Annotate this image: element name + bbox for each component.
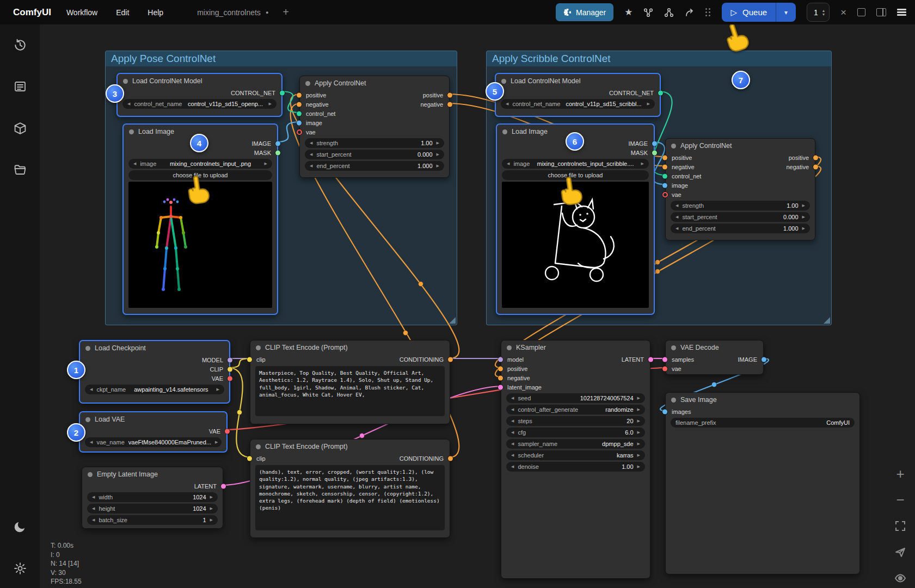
vae-output-slot[interactable] — [228, 376, 232, 381]
node-save-image[interactable]: Save Image images filename_prefix ComfyU… — [665, 392, 860, 574]
clip-input-slot[interactable] — [247, 357, 252, 362]
model-input-slot[interactable] — [498, 357, 503, 362]
image-select-widget[interactable]: image mixing_controlnets_input_scribble.… — [502, 159, 649, 169]
vae-name-widget[interactable]: vae_name vaeFtMse840000EmaPruned... — [85, 437, 222, 447]
control-net-name-widget[interactable]: control_net_name control_v11p_sd15_scrib… — [501, 99, 655, 109]
negative-input-slot[interactable] — [297, 102, 302, 107]
seed-widget[interactable]: seed1021287240057524 — [506, 393, 645, 403]
ckpt-name-widget[interactable]: ckpt_name awpainting_v14.safetensors — [85, 385, 224, 394]
height-widget[interactable]: height1024 — [87, 504, 218, 513]
control-net-input-slot[interactable] — [297, 111, 302, 116]
end-percent-widget[interactable]: end_percent1.000 — [305, 161, 444, 171]
steps-widget[interactable]: steps20 — [506, 416, 645, 426]
filename-prefix-widget[interactable]: filename_prefix ComfyUI — [671, 418, 855, 428]
positive-input-slot[interactable] — [297, 92, 302, 97]
mask-output-slot[interactable] — [275, 150, 280, 155]
model-library-button[interactable] — [13, 122, 27, 138]
strength-widget[interactable]: strength1.00 — [671, 201, 810, 211]
batch-size-widget[interactable]: batch_size1 — [87, 515, 218, 525]
node-library-button[interactable] — [14, 80, 27, 95]
vae-input-slot[interactable] — [297, 129, 302, 135]
image-input-slot[interactable] — [297, 120, 302, 125]
latent-output-slot[interactable] — [648, 357, 653, 362]
start-percent-widget[interactable]: start_percent0.000 — [671, 212, 810, 222]
cfg-widget[interactable]: cfg6.0 — [506, 428, 645, 437]
interrupt-button[interactable]: × — [840, 7, 846, 18]
batch-count-stepper[interactable]: 1 ▴ ▾ — [807, 3, 830, 22]
image-select-widget[interactable]: image mixing_controlnets_input_.png — [128, 159, 272, 169]
send-button[interactable] — [893, 545, 907, 559]
node-clip-text-encode-negative[interactable]: CLIP Text Encode (Prompt) clipCONDITIONI… — [250, 439, 450, 538]
node-load-image-2[interactable]: Load Image IMAGE MASK image mixing_contr… — [496, 123, 655, 315]
positive-input-slot[interactable] — [498, 366, 503, 371]
negative-prompt-textarea[interactable]: (hands), text, error, cropped, (worst qu… — [255, 465, 445, 530]
node-load-vae[interactable]: Load VAE VAE vae_name vaeFtMse840000EmaP… — [79, 411, 228, 453]
negative-output-slot[interactable] — [813, 164, 818, 169]
vae-input-slot[interactable] — [662, 366, 667, 371]
clear-queue-button[interactable] — [857, 8, 865, 16]
control-net-output-slot[interactable] — [658, 90, 663, 95]
group-header[interactable]: Apply Pose ControlNet — [106, 51, 457, 66]
menu-help[interactable]: Help — [148, 8, 163, 17]
positive-output-slot[interactable] — [813, 155, 818, 160]
strength-widget[interactable]: strength1.00 — [305, 138, 444, 148]
theme-toggle-moon-icon[interactable] — [13, 520, 27, 536]
control-after-generate-widget[interactable]: control_after_generaterandomize — [506, 405, 645, 414]
latent-image-input-slot[interactable] — [498, 385, 503, 389]
node-clip-text-encode-positive[interactable]: CLIP Text Encode (Prompt) clipCONDITIONI… — [250, 340, 450, 424]
workflow-tab[interactable]: mixing_controlnets ● — [197, 8, 268, 17]
zoom-in-button[interactable]: + — [893, 467, 907, 481]
clip-input-slot[interactable] — [247, 456, 252, 461]
star-icon[interactable]: ★ — [624, 7, 632, 18]
step-down-icon[interactable]: ▾ — [822, 13, 825, 16]
model-output-slot[interactable] — [228, 357, 232, 362]
node-apply-controlnet-2[interactable]: Apply ControlNet positivepositive negati… — [665, 138, 815, 240]
new-workflow-tab-button[interactable]: + — [283, 6, 289, 18]
negative-input-slot[interactable] — [662, 164, 667, 169]
positive-prompt-textarea[interactable]: Masterpiece, Top Quality, Best Quality, … — [255, 366, 445, 416]
image-output-slot[interactable] — [762, 357, 766, 362]
manager-button[interactable]: Manager — [556, 3, 613, 21]
samples-input-slot[interactable] — [662, 357, 667, 362]
image-output-slot[interactable] — [652, 141, 657, 146]
node-load-controlnet-model-2[interactable]: Load ControlNet Model CONTROL_NET contro… — [495, 73, 661, 117]
conditioning-output-slot[interactable] — [448, 357, 453, 362]
control-net-name-widget[interactable]: control_net_name control_v11p_sd15_openp… — [122, 99, 277, 109]
group-header[interactable]: Apply Scribble ControlNet — [487, 51, 831, 66]
end-percent-widget[interactable]: end_percent1.000 — [671, 224, 810, 233]
queue-options-dropdown[interactable]: ▾ — [776, 3, 796, 22]
toggle-panel-button[interactable] — [876, 8, 886, 16]
workflows-folder-button[interactable] — [13, 163, 27, 179]
image-output-slot[interactable] — [275, 141, 280, 146]
vae-input-slot[interactable] — [662, 192, 668, 197]
conditioning-output-slot[interactable] — [448, 456, 453, 461]
drag-handle-icon[interactable] — [705, 8, 711, 17]
node-load-checkpoint[interactable]: Load Checkpoint MODEL CLIP VAE ckpt_name… — [79, 340, 230, 404]
node-empty-latent-image[interactable]: Empty Latent Image LATENT width1024 heig… — [82, 467, 223, 529]
node-map-icon[interactable] — [643, 8, 653, 17]
denoise-widget[interactable]: denoise1.00 — [506, 462, 645, 472]
queue-history-button[interactable] — [13, 38, 27, 54]
positive-output-slot[interactable] — [447, 92, 452, 97]
node-flow-icon[interactable] — [664, 8, 674, 17]
mask-output-slot[interactable] — [652, 150, 657, 155]
scheduler-widget[interactable]: schedulerkarras — [506, 450, 645, 460]
vae-output-slot[interactable] — [225, 429, 230, 434]
node-vae-decode[interactable]: VAE Decode samplesIMAGE vae — [665, 340, 764, 375]
latent-output-slot[interactable] — [221, 484, 226, 488]
positive-input-slot[interactable] — [662, 155, 667, 160]
node-ksampler[interactable]: KSampler modelLATENT positive negative l… — [501, 340, 650, 579]
clip-output-slot[interactable] — [228, 367, 232, 372]
settings-gear-button[interactable] — [13, 562, 27, 578]
negative-output-slot[interactable] — [447, 102, 452, 107]
visibility-button[interactable] — [893, 571, 907, 585]
menu-workflow[interactable]: Workflow — [66, 8, 97, 17]
control-net-output-slot[interactable] — [280, 90, 285, 95]
fit-view-button[interactable] — [893, 519, 907, 533]
negative-input-slot[interactable] — [498, 375, 503, 380]
menu-edit[interactable]: Edit — [116, 8, 129, 17]
start-percent-widget[interactable]: start_percent0.000 — [305, 150, 444, 159]
node-apply-controlnet-1[interactable]: Apply ControlNet positivepositive negati… — [299, 76, 450, 178]
control-net-input-slot[interactable] — [662, 174, 667, 178]
image-input-slot[interactable] — [662, 183, 667, 188]
